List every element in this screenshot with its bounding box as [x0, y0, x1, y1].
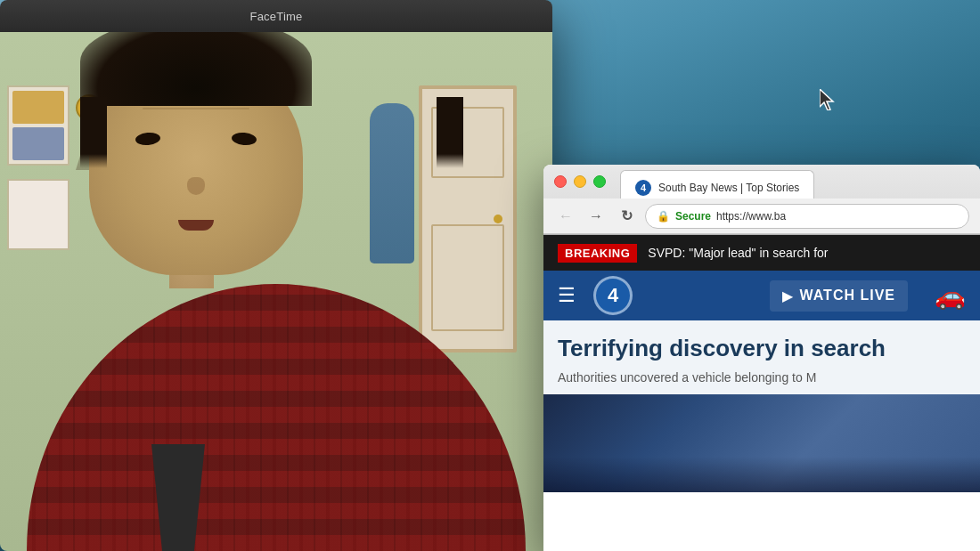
person-eye-right [231, 132, 257, 146]
cursor-pointer [820, 89, 837, 110]
news-navbar: ☰ 4 ▶ WATCH LIVE 🚗 [543, 271, 980, 320]
svg-marker-0 [820, 89, 833, 110]
traffic-lights [554, 175, 606, 188]
hamburger-menu-icon[interactable]: ☰ [558, 284, 576, 307]
browser-content: BREAKING SVPD: "Major lead" in search fo… [543, 235, 980, 492]
breaking-text: SVPD: "Major lead" in search for [648, 246, 828, 260]
close-window-button[interactable] [554, 175, 567, 188]
door-knob [494, 215, 502, 223]
refresh-button[interactable]: ↻ [615, 205, 638, 228]
address-bar-row: ← → ↻ 🔒 Secure https://www.ba [543, 199, 980, 234]
facetime-titlebar: FaceTime [0, 0, 552, 32]
minimize-window-button[interactable] [574, 175, 586, 188]
forehead-line-2 [143, 108, 249, 109]
news-image-overlay [543, 457, 980, 492]
tab-favicon: 4 [635, 180, 651, 196]
news-main-content: Terrifying discovery in search Authoriti… [543, 320, 980, 394]
play-icon: ▶ [782, 288, 793, 304]
lock-icon: 🔒 [657, 210, 670, 223]
back-button[interactable]: ← [554, 205, 577, 228]
active-tab[interactable]: 4 South Bay News | Top Stories [620, 170, 814, 199]
news-headline: Terrifying discovery in search [558, 335, 966, 362]
news-subtext: Authorities uncovered a vehicle belongin… [558, 369, 966, 387]
watch-live-button[interactable]: ▶ WATCH LIVE [770, 280, 908, 312]
hanging-jacket [370, 103, 414, 263]
room-door [419, 85, 517, 352]
car-icon: 🚗 [935, 281, 966, 311]
news-logo: 4 [593, 276, 633, 315]
person-eye-left [135, 132, 160, 146]
wall-poster-2 [7, 179, 69, 250]
browser-window: 4 South Bay News | Top Stories ← → ↻ 🔒 S… [543, 165, 980, 551]
facetime-window: FaceTime [0, 0, 552, 551]
watch-live-label: WATCH LIVE [800, 288, 895, 304]
person-mouth [178, 220, 214, 231]
person-hair-right [437, 97, 463, 168]
wall-poster-1 [7, 85, 69, 166]
news-image [543, 394, 980, 492]
forward-button[interactable]: → [584, 205, 608, 228]
address-input[interactable]: 🔒 Secure https://www.ba [645, 204, 969, 229]
facetime-content [0, 32, 552, 551]
person-nose [187, 177, 205, 195]
breaking-label: BREAKING [558, 244, 637, 263]
secure-label: Secure [675, 210, 711, 223]
url-text: https://www.ba [716, 210, 786, 223]
maximize-window-button[interactable] [593, 175, 606, 188]
tab-title: South Bay News | Top Stories [658, 182, 799, 194]
person-hair-top [80, 32, 312, 106]
breaking-news-banner: BREAKING SVPD: "Major lead" in search fo… [543, 235, 980, 271]
browser-tabbar: 4 South Bay News | Top Stories [543, 165, 980, 199]
facetime-title: FaceTime [250, 10, 303, 23]
browser-chrome: 4 South Bay News | Top Stories ← → ↻ 🔒 S… [543, 165, 980, 235]
door-panel-bottom [431, 224, 504, 331]
person-hair-left [80, 97, 107, 168]
